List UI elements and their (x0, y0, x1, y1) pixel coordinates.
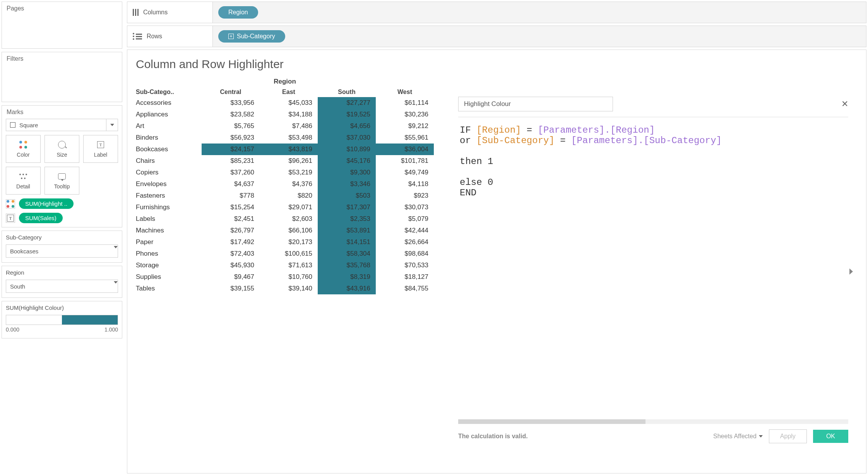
cell[interactable]: $37,030 (318, 132, 376, 144)
cell[interactable]: $101,781 (376, 155, 434, 167)
rows-pill-subcategory[interactable]: + Sub-Category (218, 30, 285, 43)
cell[interactable]: $34,188 (260, 109, 318, 120)
rows-shelf[interactable]: Rows + Sub-Category (127, 26, 866, 47)
cell[interactable]: $820 (260, 190, 318, 202)
cell[interactable]: $35,768 (318, 260, 376, 271)
cell[interactable]: $9,212 (376, 120, 434, 132)
cell[interactable]: $29,071 (260, 202, 318, 213)
cell[interactable]: $19,525 (318, 109, 376, 120)
cell[interactable]: $58,304 (318, 248, 376, 260)
size-button[interactable]: Size (45, 135, 79, 163)
column-header[interactable]: West (376, 87, 434, 97)
cell[interactable]: $15,254 (202, 202, 260, 213)
marks-pill-highlight[interactable]: SUM(Highlight .. (6, 198, 74, 209)
cell[interactable]: $14,151 (318, 236, 376, 248)
cell[interactable]: $3,346 (318, 178, 376, 190)
cell[interactable]: $53,219 (260, 167, 318, 178)
cell[interactable]: $45,176 (318, 155, 376, 167)
pages-shelf[interactable]: Pages (2, 2, 122, 49)
column-header[interactable]: Central (202, 87, 260, 97)
cell[interactable]: $55,961 (376, 132, 434, 144)
cell[interactable]: $9,467 (202, 271, 260, 283)
cell[interactable]: $96,261 (260, 155, 318, 167)
color-legend-bar[interactable] (6, 315, 118, 325)
apply-button[interactable]: Apply (769, 429, 807, 443)
cell[interactable]: $70,533 (376, 260, 434, 271)
cell[interactable]: $10,899 (318, 144, 376, 155)
cell[interactable]: $42,444 (376, 225, 434, 236)
cell[interactable]: $53,498 (260, 132, 318, 144)
cell[interactable]: $26,664 (376, 236, 434, 248)
tooltip-button[interactable]: Tooltip (45, 167, 79, 195)
calc-name-input[interactable]: Highlight Colour (458, 97, 613, 111)
dropdown-caret[interactable] (114, 284, 118, 289)
cell[interactable]: $72,403 (202, 248, 260, 260)
cell[interactable]: $778 (202, 190, 260, 202)
cell[interactable]: $33,956 (202, 97, 260, 109)
cell[interactable]: $2,451 (202, 213, 260, 225)
cell[interactable]: $4,376 (260, 178, 318, 190)
cell[interactable]: $98,684 (376, 248, 434, 260)
column-header[interactable]: South (318, 87, 376, 97)
scrollbar-thumb[interactable] (458, 419, 645, 424)
cell[interactable]: $7,486 (260, 120, 318, 132)
calc-formula-editor[interactable]: IF [Region] = [Parameters].[Region] or [… (452, 117, 854, 419)
cell[interactable]: $503 (318, 190, 376, 202)
cell[interactable]: $84,755 (376, 283, 434, 294)
marks-pill-sales[interactable]: T SUM(Sales) (6, 213, 63, 223)
cell[interactable]: $53,891 (318, 225, 376, 236)
cell[interactable]: $85,231 (202, 155, 260, 167)
columns-pill-region[interactable]: Region (218, 6, 258, 19)
cell[interactable]: $8,319 (318, 271, 376, 283)
cell[interactable]: $61,114 (376, 97, 434, 109)
cell[interactable]: $66,106 (260, 225, 318, 236)
cell[interactable]: $43,916 (318, 283, 376, 294)
cell[interactable]: $36,004 (376, 144, 434, 155)
ok-button[interactable]: OK (813, 430, 848, 443)
cell[interactable]: $39,155 (202, 283, 260, 294)
cell[interactable]: $45,033 (260, 97, 318, 109)
cell[interactable]: $2,353 (318, 213, 376, 225)
cell[interactable]: $4,118 (376, 178, 434, 190)
cell[interactable]: $56,923 (202, 132, 260, 144)
cell[interactable]: $17,307 (318, 202, 376, 213)
close-icon[interactable]: ✕ (841, 99, 848, 109)
cell[interactable]: $30,073 (376, 202, 434, 213)
cell[interactable]: $49,749 (376, 167, 434, 178)
cell[interactable]: $37,260 (202, 167, 260, 178)
cell[interactable]: $71,613 (260, 260, 318, 271)
columns-shelf[interactable]: Columns Region (127, 2, 866, 23)
cell[interactable]: $18,127 (376, 271, 434, 283)
cell[interactable]: $5,079 (376, 213, 434, 225)
label-button[interactable]: T Label (83, 135, 118, 163)
cell[interactable]: $23,582 (202, 109, 260, 120)
cell[interactable]: $30,236 (376, 109, 434, 120)
cell[interactable]: $17,492 (202, 236, 260, 248)
param-region-select[interactable]: South (6, 280, 118, 293)
expand-caret-icon[interactable] (849, 268, 853, 275)
param-subcategory-select[interactable]: Bookcases (6, 244, 118, 258)
detail-button[interactable]: Detail (6, 167, 41, 195)
cell[interactable]: $100,615 (260, 248, 318, 260)
cell[interactable]: $20,173 (260, 236, 318, 248)
color-button[interactable]: Color (6, 135, 41, 163)
filters-shelf[interactable]: Filters (2, 52, 122, 102)
cell[interactable]: $10,760 (260, 271, 318, 283)
cell[interactable]: $43,819 (260, 144, 318, 155)
cell[interactable]: $5,765 (202, 120, 260, 132)
cell[interactable]: $4,656 (318, 120, 376, 132)
sheets-affected-dropdown[interactable]: Sheets Affected (713, 433, 763, 440)
mark-type-select[interactable]: Square (6, 119, 118, 131)
dropdown-caret[interactable] (114, 248, 118, 254)
cell[interactable]: $27,277 (318, 97, 376, 109)
cell[interactable]: $2,603 (260, 213, 318, 225)
cell[interactable]: $24,157 (202, 144, 260, 155)
cell[interactable]: $26,797 (202, 225, 260, 236)
cell[interactable]: $923 (376, 190, 434, 202)
cell[interactable]: $45,930 (202, 260, 260, 271)
cell[interactable]: $4,637 (202, 178, 260, 190)
cell[interactable]: $9,300 (318, 167, 376, 178)
column-header[interactable]: East (260, 87, 318, 97)
horizontal-scrollbar[interactable] (458, 419, 848, 424)
cell[interactable]: $39,140 (260, 283, 318, 294)
